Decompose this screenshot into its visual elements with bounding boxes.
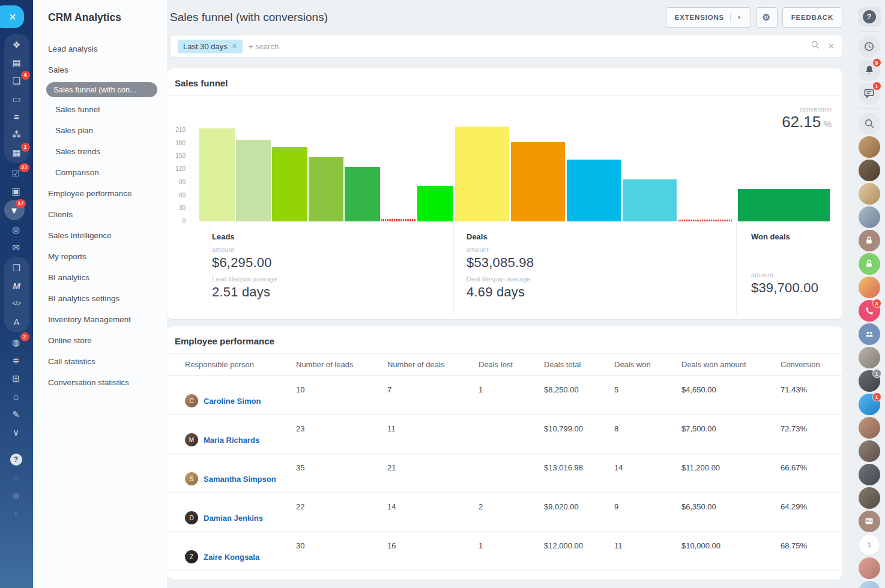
settings-icon: ⚙ (13, 492, 20, 500)
network-button[interactable]: ❖ (5, 35, 29, 53)
mail-button[interactable]: ✉ (4, 238, 28, 256)
settings-button[interactable]: ⚙ (4, 487, 28, 505)
user-avatar[interactable] (858, 346, 881, 369)
company-button[interactable]: ⌂ (4, 387, 28, 405)
person-link[interactable]: Zaire Kongsala (204, 553, 259, 562)
feedback-button[interactable]: FEEDBACK (782, 7, 842, 28)
private-chat[interactable] (858, 252, 881, 275)
inbox-button[interactable]: ▭ (5, 89, 29, 107)
user-avatar[interactable] (858, 556, 881, 580)
cell-won: 5 (614, 376, 681, 414)
sidebar-item-bi-analytics-settings[interactable]: BI analytics settings (33, 288, 167, 309)
filter-bar[interactable]: Last 30 days ✕ ✕ (170, 35, 842, 58)
sign-button[interactable]: ✎ (4, 405, 28, 423)
sidebar-item-sales-funnel[interactable]: Sales funnel (33, 99, 167, 120)
mail-icon: ✉ (12, 243, 20, 252)
sidebar-item-my-reports[interactable]: My reports (33, 246, 167, 267)
search-button[interactable] (858, 112, 881, 135)
sidebar-item-sales[interactable]: Sales (33, 59, 167, 80)
chip-remove-icon[interactable]: ✕ (232, 43, 237, 50)
avatar-image (859, 487, 880, 509)
sidebar-item-bi-analytics[interactable]: BI analytics (33, 267, 167, 288)
sidebar-item-lead-analysis[interactable]: Lead analysis (33, 38, 167, 59)
employees-button[interactable]: ⁂ (5, 125, 29, 143)
funnel-bar-leads-7 (417, 186, 453, 221)
share-button[interactable]: ∴ (4, 469, 28, 487)
user-avatar[interactable] (858, 439, 881, 463)
metrics-button[interactable]: M (5, 277, 29, 295)
market-button[interactable]: ◍2 (4, 333, 28, 351)
share-icon: ∴ (13, 474, 18, 482)
sidebar-item-online-store[interactable]: Online store (33, 330, 167, 351)
automation-button[interactable]: ≑ (4, 351, 28, 369)
notifications-button[interactable]: 9 (858, 58, 881, 82)
catalog-button[interactable]: ❒ (5, 259, 29, 277)
extensions-button[interactable]: EXTENSIONS ▼ (666, 7, 751, 28)
documents-icon: ≡ (14, 112, 19, 121)
sidebar-item-sales-trends[interactable]: Sales trends (33, 141, 167, 162)
more-button[interactable]: ∨ (4, 423, 28, 441)
filter-chip[interactable]: Last 30 days ✕ (178, 40, 243, 53)
calendar-button[interactable]: ▦1 (5, 143, 29, 161)
contact-card-button[interactable]: ▣ (4, 182, 28, 200)
documents-button[interactable]: ≡ (5, 107, 29, 125)
feed-button[interactable]: ▤ (5, 53, 29, 71)
avatar: Z (185, 550, 198, 563)
help-button[interactable]: ? (4, 451, 28, 469)
search-input[interactable] (249, 42, 811, 51)
person-link[interactable]: Damian Jenkins (204, 514, 263, 523)
user-avatar[interactable] (858, 486, 881, 509)
sidebar-item-call-statistics[interactable]: Call statistics (33, 351, 167, 372)
crm-button[interactable]: ▼17 (4, 200, 25, 220)
birthday-chat[interactable]: 1 (858, 533, 881, 556)
chevron-down-icon[interactable]: ▼ (737, 15, 742, 20)
sidebar-item-inventory-management[interactable]: Inventory Management (33, 309, 167, 330)
user-avatar[interactable] (858, 135, 881, 158)
sidebar-item-clients[interactable]: Clients (33, 204, 167, 225)
person-link[interactable]: Maria Richards (204, 436, 259, 445)
sites-button[interactable]: A (5, 313, 29, 331)
user-avatar[interactable] (858, 580, 881, 588)
clear-filter-icon[interactable]: ✕ (827, 41, 835, 51)
target-button[interactable]: ◎ (4, 220, 28, 238)
search-icon[interactable] (811, 40, 820, 52)
avatar: D (185, 511, 198, 524)
person-link[interactable]: Samantha Simpson (204, 475, 276, 484)
history-button[interactable] (858, 35, 881, 58)
store-button[interactable]: ⊞ (4, 369, 28, 387)
tasks-button[interactable]: ☑27 (4, 164, 28, 182)
user-avatar[interactable]: 1 (858, 369, 881, 392)
private-chat[interactable] (858, 229, 881, 252)
sidebar-item-comparison[interactable]: Comparison (33, 162, 167, 183)
avatar-image (859, 581, 880, 588)
funnel-bar-deals-3 (567, 160, 621, 221)
store-icon: ⊞ (12, 374, 20, 383)
messenger-rail: ?913111 (853, 0, 885, 588)
user-avatar[interactable] (858, 205, 881, 229)
add-button[interactable]: + (4, 505, 28, 523)
person-link[interactable]: Caroline Simon (204, 397, 261, 406)
group-avatar[interactable] (858, 275, 881, 299)
help-button[interactable]: ? (858, 5, 881, 28)
user-avatar[interactable] (858, 158, 881, 182)
sidebar-item-sales-intelligence[interactable]: Sales Intelligence (33, 225, 167, 246)
calls-button[interactable]: 3 (858, 299, 881, 322)
cell-leads: 10 (296, 376, 387, 414)
user-avatar[interactable] (858, 416, 881, 439)
funnel-bar-leads-1 (199, 128, 235, 221)
messenger-button[interactable]: ❏4 (5, 71, 29, 89)
sidebar-item-sales-funnel-with-con[interactable]: Sales funnel (with con... (46, 82, 157, 97)
user-avatar[interactable] (858, 463, 881, 486)
sidebar-item-employee-performance[interactable]: Employee performance (33, 183, 167, 204)
user-avatar[interactable] (858, 182, 881, 205)
settings-button[interactable]: ⚙ (756, 7, 778, 28)
chat-button[interactable]: 1 (858, 82, 881, 105)
contacts-chat[interactable] (858, 509, 881, 533)
funnel-stats: Leads amount $6,295.00 Lead lifespan ave… (167, 221, 842, 314)
intranet-chat[interactable]: 1 (858, 392, 881, 416)
group-chat[interactable] (858, 322, 881, 346)
code-button[interactable]: </> (5, 295, 29, 313)
close-menu-button[interactable]: ✕ (0, 5, 24, 28)
sidebar-item-sales-plan[interactable]: Sales plan (33, 120, 167, 141)
sidebar-item-conversation-statistics[interactable]: Conversation statistics (33, 372, 167, 393)
